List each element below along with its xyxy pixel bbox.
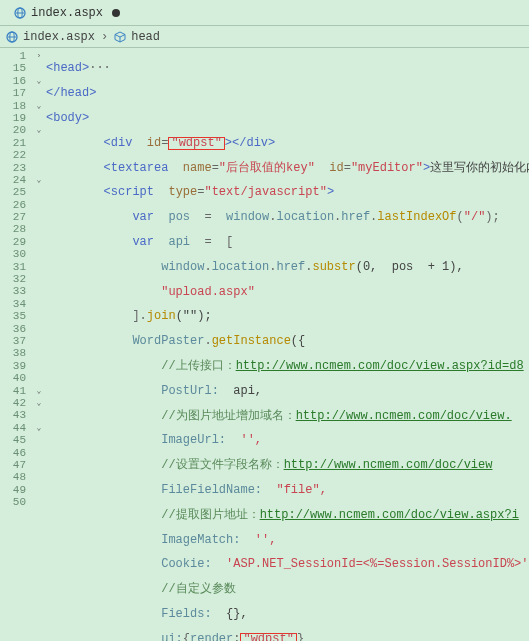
line-number: 21 [0,137,26,149]
line-number: 20 [0,124,26,136]
line-number: 25 [0,186,26,198]
line-number: 32 [0,273,26,285]
line-number: 45 [0,434,26,446]
cube-icon [114,31,126,43]
code-area[interactable]: <head>··· </head> <body> <div id="wdpst"… [46,48,529,641]
line-number: 41 [0,385,26,397]
fold-gutter: ›⌄⌄⌄⌄⌄⌄⌄ [32,48,46,641]
fold-toggle-icon[interactable]: ⌄ [32,397,46,409]
line-number: 34 [0,298,26,310]
line-number: 27 [0,211,26,223]
aspx-file-icon [14,7,26,19]
highlight-box-wdpst-render: "wdpst" [240,633,296,641]
line-number: 47 [0,459,26,471]
fold-toggle-icon[interactable]: ⌄ [32,75,46,87]
line-number: 1 [0,50,26,62]
line-number: 38 [0,347,26,359]
line-number: 22 [0,149,26,161]
line-number: 36 [0,323,26,335]
line-number: 31 [0,261,26,273]
line-number: 17 [0,87,26,99]
line-number: 37 [0,335,26,347]
aspx-file-icon [6,31,18,43]
line-number: 24 [0,174,26,186]
line-number: 39 [0,360,26,372]
line-number: 50 [0,496,26,508]
line-number: 46 [0,447,26,459]
line-number: 43 [0,409,26,421]
line-number: 26 [0,199,26,211]
line-number: 18 [0,100,26,112]
line-number-gutter: 1151617181920212223242526272829303132333… [0,48,32,641]
line-number: 29 [0,236,26,248]
line-number: 49 [0,484,26,496]
line-number: 15 [0,62,26,74]
line-number: 19 [0,112,26,124]
line-number: 16 [0,75,26,87]
code-editor[interactable]: 1151617181920212223242526272829303132333… [0,48,529,641]
file-tab[interactable]: index.aspx [6,3,128,23]
fold-toggle-icon[interactable]: › [32,50,46,62]
modified-indicator-icon [112,9,120,17]
editor-tabbar: index.aspx [0,0,529,26]
highlight-box-wdpst-id: "wdpst" [168,137,224,150]
line-number: 33 [0,285,26,297]
tab-filename: index.aspx [31,6,103,20]
fold-toggle-icon[interactable]: ⌄ [32,100,46,112]
line-number: 42 [0,397,26,409]
line-number: 30 [0,248,26,260]
chevron-right-icon: › [101,30,108,44]
line-number: 35 [0,310,26,322]
breadcrumb: index.aspx › head [0,26,529,48]
line-number: 40 [0,372,26,384]
breadcrumb-node[interactable]: head [131,30,160,44]
fold-toggle-icon[interactable]: ⌄ [32,385,46,397]
line-number: 48 [0,471,26,483]
line-number: 44 [0,422,26,434]
fold-toggle-icon[interactable]: ⌄ [32,422,46,434]
breadcrumb-file[interactable]: index.aspx [23,30,95,44]
line-number: 28 [0,223,26,235]
fold-toggle-icon[interactable]: ⌄ [32,174,46,186]
line-number: 23 [0,162,26,174]
fold-toggle-icon[interactable]: ⌄ [32,124,46,136]
